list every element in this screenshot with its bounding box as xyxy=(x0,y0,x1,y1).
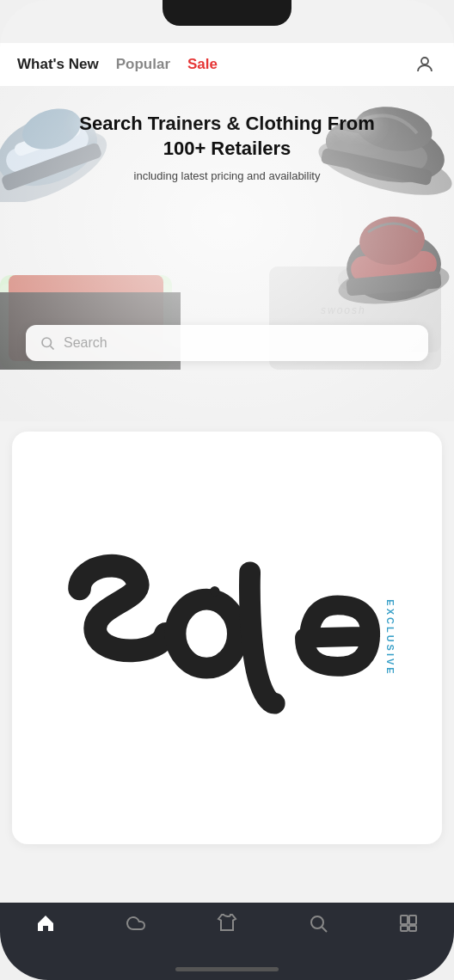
exclusive-label: EXCLUSIVE xyxy=(384,599,395,676)
home-icon xyxy=(35,913,56,934)
phone-notch xyxy=(163,0,291,26)
svg-line-31 xyxy=(322,928,327,933)
nav-item-clothing[interactable] xyxy=(201,913,253,934)
hero-subtext: including latest pricing and availabilit… xyxy=(134,169,321,182)
sole-logo xyxy=(21,518,433,758)
nav-tabs: What's New Popular Sale xyxy=(17,52,413,77)
search-bar[interactable]: Search xyxy=(26,325,428,361)
cloud-icon xyxy=(126,913,146,934)
svg-point-28 xyxy=(175,599,237,668)
search-placeholder: Search xyxy=(64,335,107,351)
tab-sale[interactable]: Sale xyxy=(187,52,218,77)
nav-item-bookmarks[interactable] xyxy=(383,913,434,934)
search-bar-container: Search xyxy=(26,325,428,361)
svg-point-0 xyxy=(421,58,428,64)
svg-point-29 xyxy=(210,586,219,596)
nav-item-home[interactable] xyxy=(20,913,71,934)
phone-shell: What's New Popular Sale xyxy=(0,0,454,980)
home-indicator xyxy=(175,967,279,971)
hero-banner: ✓ swoosh Search Trainers & Clothing From… xyxy=(0,86,454,421)
hero-headline: Search Trainers & Clothing From 100+ Ret… xyxy=(0,112,454,161)
shirt-icon xyxy=(217,913,237,934)
bookmark-icon xyxy=(398,913,419,934)
scroll-area: ✓ swoosh Search Trainers & Clothing From… xyxy=(0,86,454,903)
sole-card: EXCLUSIVE xyxy=(12,432,442,844)
svg-rect-35 xyxy=(409,926,416,931)
svg-rect-33 xyxy=(409,916,416,924)
svg-rect-34 xyxy=(401,926,408,931)
top-nav: What's New Popular Sale xyxy=(0,43,454,86)
svg-line-27 xyxy=(50,346,53,349)
search-nav-icon xyxy=(308,913,328,934)
svg-rect-32 xyxy=(401,916,408,924)
tab-whats-new[interactable]: What's New xyxy=(17,52,99,77)
nav-item-cloud[interactable] xyxy=(110,913,162,934)
search-icon xyxy=(40,335,55,351)
profile-icon[interactable] xyxy=(413,52,437,77)
svg-point-30 xyxy=(311,916,323,928)
nav-item-search[interactable] xyxy=(292,913,344,934)
svg-point-26 xyxy=(42,338,52,347)
tab-popular[interactable]: Popular xyxy=(116,52,170,77)
